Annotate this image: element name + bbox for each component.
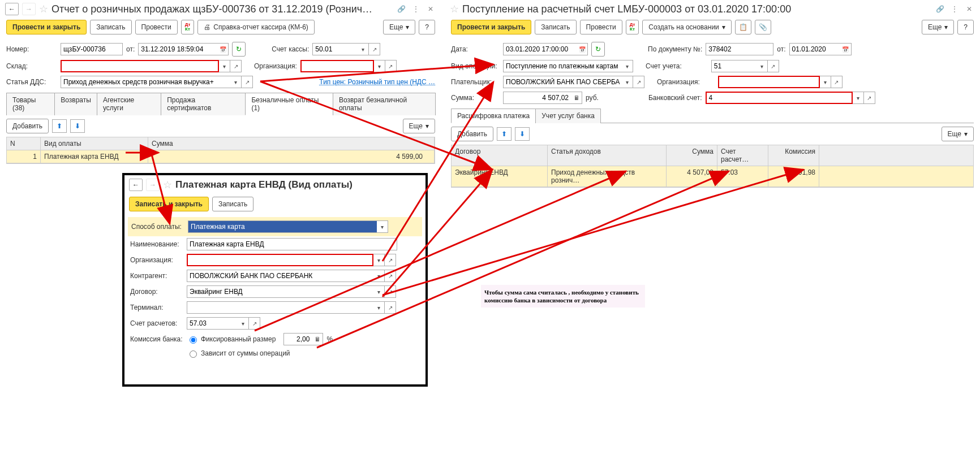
dropdown-icon[interactable]: ▾ (820, 76, 831, 88)
tab-cert[interactable]: Продажа сертификатов (161, 93, 246, 115)
open-icon[interactable]: ↗ (369, 43, 380, 55)
tab-decode[interactable]: Расшифровка платежа (451, 109, 536, 123)
bank-input[interactable] (706, 92, 853, 104)
dtkt-button[interactable]: ДтКт (181, 20, 195, 34)
move-up-icon[interactable]: ⬆ (497, 127, 512, 141)
create-based-button[interactable]: Создать на основании ▾ (642, 20, 732, 34)
docdate-input[interactable] (789, 43, 840, 55)
dropdown-icon[interactable]: ▾ (238, 317, 249, 330)
calendar-icon[interactable]: 📅 (577, 43, 588, 55)
help-button[interactable]: ? (419, 20, 435, 34)
sum-input[interactable] (503, 92, 571, 104)
table-row[interactable]: Эквайринг ЕНВД Приход денежных средств р… (452, 166, 973, 187)
nav-back[interactable]: ← (5, 3, 19, 15)
org-input[interactable] (718, 76, 820, 88)
dropdown-icon[interactable]: ▾ (622, 60, 633, 72)
post-button[interactable]: Провести (580, 20, 622, 34)
write-button[interactable]: Записать (90, 20, 131, 34)
org-input[interactable] (187, 254, 373, 266)
refresh-icon[interactable]: ↻ (232, 42, 246, 57)
contract-input[interactable] (187, 285, 373, 298)
fee-fixed-option[interactable]: Фиксированный размер (187, 335, 276, 344)
refresh-icon[interactable]: ↻ (591, 42, 605, 57)
write-button[interactable]: Записать (212, 197, 253, 211)
more-button[interactable]: Еще ▾ (383, 20, 415, 34)
commit-close-button[interactable]: Записать и закрыть (129, 197, 209, 211)
more-button[interactable]: Еще ▾ (922, 20, 954, 34)
open-icon[interactable]: ↗ (230, 60, 242, 72)
move-down-icon[interactable]: ⬇ (515, 127, 530, 141)
more-button[interactable]: Еще ▾ (403, 119, 435, 133)
dropdown-icon[interactable]: ▾ (757, 60, 768, 72)
dropdown-icon[interactable]: ▾ (219, 60, 230, 72)
calendar-icon[interactable]: 📅 (840, 43, 852, 55)
open-icon[interactable]: ↗ (831, 76, 843, 88)
tab-agent[interactable]: Агентские услуги (97, 93, 161, 115)
post-button[interactable]: Провести (135, 20, 178, 34)
date-input[interactable] (503, 43, 577, 55)
star-icon[interactable]: ☆ (39, 3, 48, 15)
open-icon[interactable]: ↗ (385, 270, 396, 282)
org-input[interactable] (300, 60, 374, 72)
write-button[interactable]: Записать (535, 20, 576, 34)
move-down-icon[interactable]: ⬇ (70, 119, 85, 133)
tab-goods[interactable]: Товары (38) (6, 93, 55, 115)
add-button[interactable]: Добавить (451, 127, 493, 141)
dropdown-icon[interactable]: ▾ (853, 92, 864, 104)
price-type-link[interactable]: Тип цен: Розничный тип цен (НДС … (319, 78, 435, 86)
open-icon[interactable]: ↗ (385, 60, 397, 72)
cash-input[interactable] (312, 43, 358, 55)
open-icon[interactable]: ↗ (768, 60, 779, 72)
more-icon[interactable]: ⋮ (949, 3, 960, 15)
add-button[interactable]: Добавить (6, 119, 49, 133)
acc-input[interactable] (187, 317, 238, 330)
calendar-icon[interactable]: 📅 (217, 43, 229, 55)
more-icon[interactable]: ⋮ (410, 3, 422, 15)
dropdown-icon[interactable]: ▾ (622, 76, 633, 88)
open-icon[interactable]: ↗ (864, 92, 875, 104)
tab-cashless-return[interactable]: Возврат безналичной оплаты (333, 93, 436, 115)
dropdown-icon[interactable]: ▾ (374, 60, 385, 72)
dropdown-icon[interactable]: ▾ (358, 43, 369, 55)
open-icon[interactable]: ↗ (242, 76, 253, 88)
op-input[interactable] (503, 60, 622, 72)
dropdown-icon[interactable]: ▾ (377, 220, 388, 233)
more-button[interactable]: Еще ▾ (942, 127, 974, 141)
star-icon[interactable]: ☆ (450, 3, 459, 15)
calc-icon[interactable]: 🖩 (312, 333, 323, 345)
open-icon[interactable]: ↗ (385, 285, 396, 298)
payer-input[interactable] (503, 76, 622, 88)
star-icon[interactable]: ☆ (163, 179, 172, 191)
move-up-icon[interactable]: ⬆ (52, 119, 67, 133)
date-input[interactable] (138, 43, 217, 55)
term-input[interactable] (187, 301, 373, 314)
attach-icon[interactable]: 📎 (755, 20, 771, 34)
store-input[interactable] (61, 60, 219, 72)
dtkt-button[interactable]: ДтКт (626, 20, 639, 34)
dropdown-icon[interactable]: ▾ (373, 301, 385, 314)
dropdown-icon[interactable]: ▾ (373, 270, 385, 282)
dds-input[interactable] (61, 76, 230, 88)
calc-icon[interactable]: 🖩 (571, 92, 582, 104)
fee-dep-option[interactable]: Зависит от суммы операций (187, 349, 290, 358)
close-icon[interactable]: ✕ (964, 3, 975, 15)
method-input[interactable] (188, 220, 377, 233)
report-button[interactable]: 🖨 Справка-отчет кассира (КМ-6) (197, 20, 315, 34)
open-icon[interactable]: ↗ (385, 254, 396, 266)
close-icon[interactable]: ✕ (425, 3, 436, 15)
open-icon[interactable]: ↗ (249, 317, 260, 330)
tab-bankserv[interactable]: Учет услуг банка (535, 109, 601, 123)
list-icon[interactable]: 📋 (735, 20, 751, 34)
dropdown-icon[interactable]: ▾ (230, 76, 242, 88)
open-icon[interactable]: ↗ (385, 301, 396, 314)
commit-close-button[interactable]: Провести и закрыть (6, 20, 87, 34)
name-input[interactable] (187, 238, 397, 250)
acc-input[interactable] (711, 60, 757, 72)
fee-input[interactable] (283, 333, 312, 345)
open-icon[interactable]: ↗ (633, 76, 644, 88)
tab-cashless[interactable]: Безналичные оплаты (1) (245, 93, 333, 115)
table-row[interactable]: 1 Платежная карта ЕНВД 4 599,00 (7, 150, 435, 163)
kontr-input[interactable] (187, 270, 373, 282)
number-input[interactable] (61, 43, 123, 55)
dropdown-icon[interactable]: ▾ (373, 285, 385, 298)
